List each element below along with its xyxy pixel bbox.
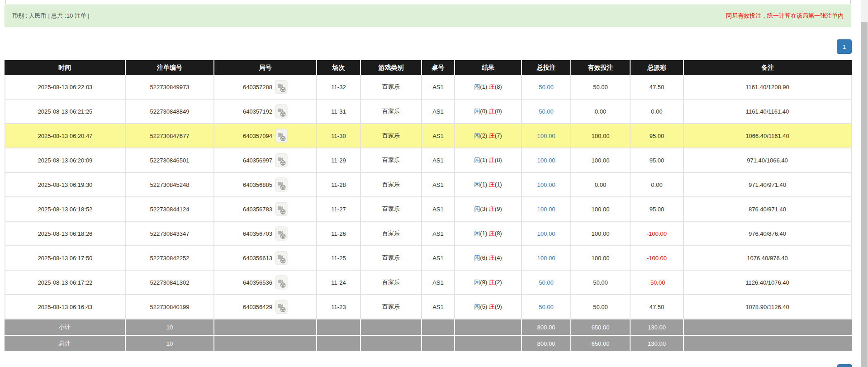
col-session: 场次: [317, 60, 361, 75]
page-top-fragment-left: [5, 0, 6, 4]
cell-game-type: 百家乐: [361, 271, 422, 295]
cell-bet-no: 522730843347: [126, 222, 214, 246]
cell-round: 640356997: [214, 148, 317, 173]
round-number: 640356885: [243, 181, 272, 188]
round-number: 640357192: [243, 108, 272, 115]
video-replay-icon[interactable]: [275, 300, 288, 314]
table-row: 2025-08-13 06:20:47 522730847677 6403570…: [5, 124, 852, 148]
cell-result: 闲(6) 庄(4): [455, 246, 522, 271]
total-bet-link[interactable]: 100.00: [537, 181, 555, 188]
subtotal-empty-round: [214, 319, 317, 336]
cell-game-type: 百家乐: [361, 173, 422, 197]
cell-session: 11-32: [317, 75, 361, 100]
cell-valid-bet: 100.00: [571, 148, 631, 173]
video-replay-icon[interactable]: [275, 80, 288, 94]
cell-table-no: AS1: [422, 100, 455, 124]
total-bet-link[interactable]: 100.00: [537, 206, 555, 213]
total-bet-link[interactable]: 50.00: [539, 84, 554, 91]
subtotal-empty-remark: [684, 319, 852, 336]
total-bet-link[interactable]: 100.00: [537, 157, 555, 164]
video-replay-icon[interactable]: [275, 104, 288, 119]
grandtotal-empty-round: [214, 336, 317, 352]
total-bet-link[interactable]: 50.00: [539, 304, 554, 310]
round-number: 640356783: [243, 206, 272, 213]
pagination-bottom-page-1-button[interactable]: 1: [837, 364, 852, 367]
col-game-type: 游戏类别: [361, 60, 422, 75]
cell-total-bet: 100.00: [522, 148, 571, 173]
video-replay-icon[interactable]: [275, 226, 288, 241]
result-player-label: 闲: [474, 205, 480, 212]
cell-round: 640357094: [214, 124, 317, 148]
notice-bar: 币别 : 人民币 | 总共 :10 注单 | 同局有效投注，统一计算在该局第一张…: [5, 5, 851, 27]
result-banker-count: (1): [495, 181, 502, 188]
cell-round: 640356885: [214, 173, 317, 197]
grandtotal-row: 总计 10 800.00 650.00 130.00: [5, 336, 852, 352]
cell-remark: 1066.40/1161.40: [684, 124, 852, 148]
cell-remark: 971.40/971.40: [684, 173, 852, 197]
col-result: 结果: [455, 60, 522, 75]
cell-session: 11-28: [317, 173, 361, 197]
round-number: 640356703: [243, 230, 272, 237]
result-player-label: 闲: [474, 303, 480, 310]
col-bet-no: 注单编号: [126, 60, 214, 75]
round-number: 640356536: [243, 279, 272, 286]
col-table-no: 桌号: [422, 60, 455, 75]
cell-round: 640356429: [214, 295, 317, 319]
cell-valid-bet: 100.00: [571, 246, 631, 271]
result-player-count: (9): [480, 279, 487, 286]
round-number: 640356429: [243, 304, 272, 310]
video-replay-icon[interactable]: [275, 177, 288, 192]
video-replay-icon[interactable]: [275, 251, 288, 265]
cell-time: 2025-08-13 06:19:30: [5, 173, 126, 197]
result-banker-label: 庄: [489, 230, 495, 237]
total-bet-link[interactable]: 50.00: [539, 108, 554, 115]
subtotal-row: 小计 10 800.00 650.00 130.00: [5, 319, 852, 336]
result-player-label: 闲: [474, 181, 480, 188]
result-banker-label: 庄: [489, 303, 495, 310]
cell-session: 11-23: [317, 295, 361, 319]
cell-session: 11-31: [317, 100, 361, 124]
subtotal-total-bet: 800.00: [522, 319, 571, 336]
col-payout: 总派彩: [631, 60, 684, 75]
cell-total-bet: 100.00: [522, 173, 571, 197]
pagination-page-1-button[interactable]: 1: [837, 39, 852, 54]
result-banker-label: 庄: [489, 157, 495, 163]
cell-game-type: 百家乐: [361, 295, 422, 319]
cell-result: 闲(2) 庄(7): [455, 124, 522, 148]
cell-bet-no: 522730844124: [126, 197, 214, 222]
table-row: 2025-08-13 06:20:09 522730846501 6403569…: [5, 148, 852, 173]
cell-session: 11-27: [317, 197, 361, 222]
cell-time: 2025-08-13 06:20:47: [5, 124, 126, 148]
result-banker-label: 庄: [489, 205, 495, 212]
result-player-label: 闲: [474, 230, 480, 237]
total-bet-link[interactable]: 100.00: [537, 133, 555, 139]
cell-table-no: AS1: [422, 148, 455, 173]
scrollbar-thumb[interactable]: [861, 22, 868, 367]
cell-remark: 876.40/971.40: [684, 197, 852, 222]
total-bet-link[interactable]: 100.00: [537, 255, 555, 262]
result-player-count: (5): [480, 303, 487, 310]
result-banker-count: (2): [495, 279, 502, 286]
total-bet-link[interactable]: 100.00: [537, 230, 555, 237]
video-replay-icon[interactable]: [275, 153, 288, 167]
table-row: 2025-08-13 06:16:43 522730840199 6403564…: [5, 295, 852, 319]
cell-session: 11-26: [317, 222, 361, 246]
cell-bet-no: 522730840199: [126, 295, 214, 319]
cell-valid-bet: 100.00: [571, 124, 631, 148]
vertical-scrollbar[interactable]: [861, 0, 868, 367]
cell-table-no: AS1: [422, 295, 455, 319]
cell-time: 2025-08-13 06:20:09: [5, 148, 126, 173]
cell-table-no: AS1: [422, 75, 455, 100]
grandtotal-valid-bet: 650.00: [571, 336, 631, 352]
total-bet-link[interactable]: 50.00: [539, 279, 554, 286]
video-replay-icon[interactable]: [275, 129, 288, 143]
result-player-count: (1): [480, 157, 487, 163]
video-replay-icon[interactable]: [275, 275, 288, 290]
cell-remark: 971.40/1066.40: [684, 148, 852, 173]
cell-table-no: AS1: [422, 197, 455, 222]
video-replay-icon[interactable]: [275, 202, 288, 216]
cell-valid-bet: 100.00: [571, 222, 631, 246]
cell-table-no: AS1: [422, 173, 455, 197]
result-player-count: (1): [480, 83, 487, 90]
cell-round: 640356703: [214, 222, 317, 246]
